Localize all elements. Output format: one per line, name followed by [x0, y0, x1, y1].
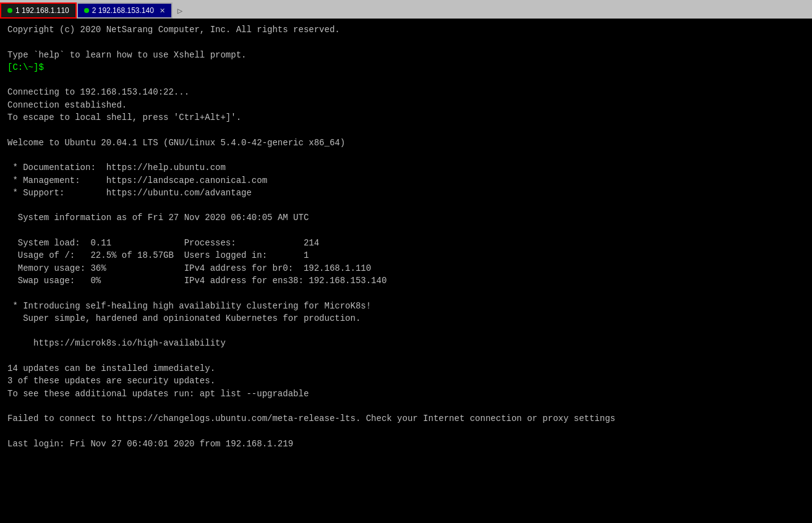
- new-tab-icon: ▷: [177, 6, 182, 16]
- tab-2-close[interactable]: ✕: [160, 7, 165, 15]
- tab-1-dot: [7, 8, 12, 13]
- new-tab-button[interactable]: ▷: [173, 2, 187, 19]
- tab-2[interactable]: 2 192.168.153.140 ✕: [77, 2, 173, 19]
- tab-bar: 1 192.168.1.110 2 192.168.153.140 ✕ ▷: [0, 0, 812, 19]
- tab-1[interactable]: 1 192.168.1.110: [0, 2, 77, 19]
- terminal[interactable]: Copyright (c) 2020 NetSarang Computer, I…: [0, 19, 812, 523]
- tab-2-dot: [84, 8, 89, 13]
- tab-1-label: 1 192.168.1.110: [15, 6, 69, 15]
- tab-2-label: 2 192.168.153.140: [92, 6, 154, 15]
